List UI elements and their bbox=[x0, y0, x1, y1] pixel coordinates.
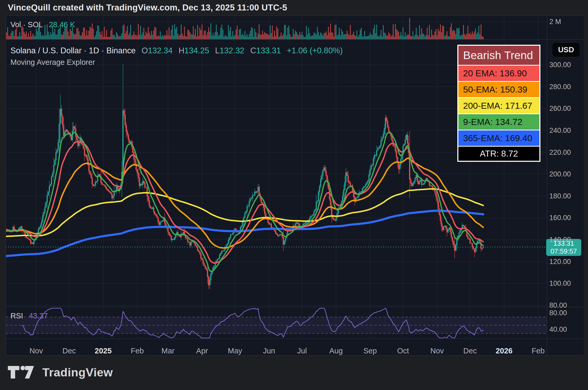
time-tick: Aug bbox=[329, 347, 343, 355]
price-tick: 100.00 bbox=[549, 280, 571, 287]
change-value: +1.06 (+0.80%) bbox=[287, 46, 343, 55]
time-tick: Dec bbox=[463, 347, 477, 355]
trend-row: 200-EMA: 171.67 bbox=[458, 98, 539, 113]
open-label: O bbox=[142, 46, 148, 55]
rsi-label: RSI bbox=[10, 312, 23, 320]
price-tick: 240.00 bbox=[549, 127, 571, 134]
tradingview-wordmark: TradingView bbox=[42, 366, 113, 379]
time-tick: Feb bbox=[131, 347, 144, 355]
tradingview-mark-icon bbox=[7, 365, 36, 380]
time-tick: May bbox=[228, 347, 242, 355]
time-tick: Oct bbox=[397, 347, 409, 355]
trend-row: 50-EMA: 150.39 bbox=[458, 82, 539, 97]
close-value: 133.31 bbox=[256, 46, 281, 55]
time-tick: Nov bbox=[430, 347, 444, 355]
countdown-timer: 07:59:57 bbox=[546, 247, 581, 255]
time-tick: Mar bbox=[162, 347, 175, 355]
time-tick: Nov bbox=[30, 347, 43, 355]
watermark-credit: VinceQuill created with TradingView.com,… bbox=[8, 3, 287, 13]
price-tick: 140.00 bbox=[549, 236, 571, 243]
trend-row: 9-EMA: 134.72 bbox=[458, 114, 539, 130]
rsi-tick: 80.00 bbox=[549, 309, 567, 317]
atr-row: ATR: 8.72 bbox=[458, 147, 539, 161]
time-tick: Sep bbox=[363, 347, 377, 355]
price-tick: 200.00 bbox=[549, 171, 571, 178]
time-tick: 2026 bbox=[496, 347, 513, 355]
currency-button[interactable]: USD bbox=[552, 42, 580, 57]
price-tick: 220.00 bbox=[549, 149, 571, 156]
time-tick: Dec bbox=[62, 347, 76, 355]
tradingview-logo[interactable]: TradingView bbox=[7, 365, 113, 380]
price-tick: 280.00 bbox=[549, 83, 571, 90]
volume-symbol: Vol · SOL bbox=[10, 20, 43, 29]
trend-row: 20 EMA: 136.90 bbox=[458, 66, 539, 81]
time-tick: Jul bbox=[297, 347, 307, 355]
price-tick: 260.00 bbox=[549, 105, 571, 112]
price-tick: 80.00 bbox=[549, 302, 567, 309]
time-tick: Apr bbox=[196, 347, 208, 355]
open-value: 132.34 bbox=[148, 46, 173, 55]
volume-scale-tick: 2 M bbox=[549, 18, 561, 25]
trend-title: Bearish Trend bbox=[458, 46, 539, 65]
price-tick: 120.00 bbox=[549, 258, 571, 265]
price-tick: 180.00 bbox=[549, 193, 571, 200]
tradingview-screenshot: VinceQuill created with TradingView.com,… bbox=[0, 0, 588, 390]
volume-legend: Vol · SOL 28.46 K bbox=[10, 20, 75, 29]
symbol-title: Solana / U.S. Dollar · 1D · Binance bbox=[10, 46, 136, 55]
indicator-title[interactable]: Moving Average Explorer bbox=[10, 58, 95, 67]
price-tick: 300.00 bbox=[549, 61, 571, 68]
trend-rows: 20 EMA: 136.9050-EMA: 150.39200-EMA: 171… bbox=[458, 66, 539, 146]
time-tick: 2025 bbox=[95, 347, 112, 355]
price-tick: 160.00 bbox=[549, 214, 571, 221]
trend-row: 365-EMA: 169.40 bbox=[458, 130, 539, 146]
volume-value: 28.46 K bbox=[49, 20, 75, 29]
low-label: L bbox=[215, 46, 220, 55]
high-value: 134.25 bbox=[185, 46, 209, 55]
trend-legend-box: Bearish Trend 20 EMA: 136.9050-EMA: 150.… bbox=[457, 45, 540, 162]
time-tick: Feb bbox=[532, 347, 545, 355]
symbol-row[interactable]: Solana / U.S. Dollar · 1D · Binance O132… bbox=[10, 46, 343, 55]
rsi-value: 43.37 bbox=[29, 312, 48, 320]
low-value: 132.32 bbox=[220, 46, 244, 55]
rsi-legend[interactable]: RSI 43.37 bbox=[10, 312, 48, 320]
high-label: H bbox=[178, 46, 184, 55]
rsi-tick: 40.00 bbox=[549, 326, 567, 333]
time-tick: Jun bbox=[263, 347, 275, 355]
close-label: C bbox=[250, 46, 256, 55]
